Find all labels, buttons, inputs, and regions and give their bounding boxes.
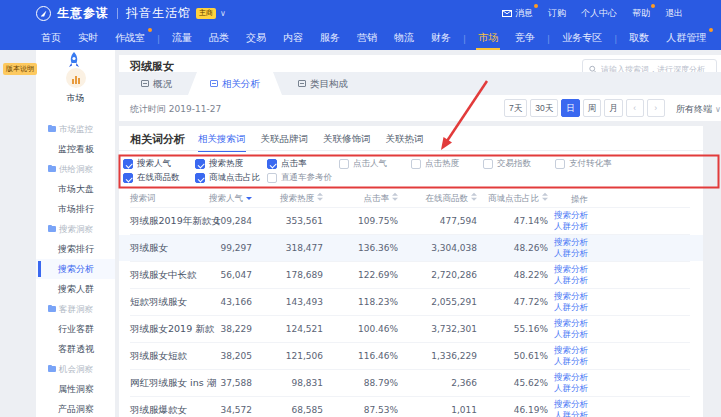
sort-icon[interactable]: [246, 197, 252, 200]
action-link-搜索分析[interactable]: 搜索分析: [554, 372, 588, 383]
table-row[interactable]: 短款羽绒服女43,166143,493118.23%2,055,29147.72…: [130, 288, 690, 315]
date-button-›[interactable]: ›: [647, 99, 665, 117]
column-header-商城点击占比[interactable]: 商城点击占比: [488, 193, 548, 206]
action-link-人群分析[interactable]: 人群分析: [554, 329, 588, 340]
metric-checkbox-交易指数[interactable]: 交易指数: [483, 158, 555, 170]
account-link-帮助[interactable]: 帮助: [632, 7, 650, 20]
column-header-搜索热度[interactable]: 搜索热度: [280, 193, 323, 206]
sort-icon[interactable]: [317, 193, 323, 201]
metric-checkbox-在线商品数[interactable]: 在线商品数: [123, 172, 195, 184]
action-link-搜索分析[interactable]: 搜索分析: [554, 318, 588, 329]
metric-label: 点击人气: [353, 158, 387, 170]
value-cell: 100.46%: [358, 324, 398, 334]
account-link-订购[interactable]: 订购: [548, 7, 566, 20]
metric-checkbox-点击率[interactable]: 点击率: [267, 158, 339, 170]
action-link-搜索分析[interactable]: 搜索分析: [554, 291, 588, 302]
date-button-30天[interactable]: 30天: [530, 99, 558, 117]
tab-概况[interactable]: 概况: [125, 72, 188, 95]
metric-label: 支付转化率: [569, 158, 612, 170]
top-header: 生意参谋 抖音生活馆 主商 ∨ 消息订购个人中心帮助退出 首页实时作战室|流量品…: [0, 0, 721, 50]
account-link-消息[interactable]: 消息: [502, 7, 533, 20]
nav-item-内容[interactable]: 内容: [277, 27, 309, 50]
sidebar-item-搜索分析[interactable]: 搜索分析: [36, 259, 115, 279]
action-link-人群分析[interactable]: 人群分析: [554, 248, 588, 259]
account-link-个人中心[interactable]: 个人中心: [581, 7, 617, 20]
metric-checkbox-商城点击占比[interactable]: 商城点击占比: [195, 172, 267, 184]
table-row[interactable]: 羽绒服2019年新款女109,284353,561109.75%477,5944…: [130, 207, 690, 234]
rocket-icon[interactable]: [64, 51, 84, 75]
metric-checkbox-直通车参考价[interactable]: 直通车参考价: [267, 172, 339, 184]
date-button-日[interactable]: 日: [561, 99, 580, 117]
nav-item-学院[interactable]: 学院: [717, 27, 721, 50]
nav-item-交易[interactable]: 交易: [240, 27, 272, 50]
action-link-人群分析[interactable]: 人群分析: [554, 383, 588, 394]
metric-checkbox-点击人气[interactable]: 点击人气: [339, 158, 411, 170]
metric-row-1: 搜索人气搜索热度点击率点击人气点击热度交易指数支付转化率: [123, 157, 703, 171]
action-link-人群分析[interactable]: 人群分析: [554, 302, 588, 313]
action-link-搜索分析[interactable]: 搜索分析: [554, 345, 588, 356]
action-link-搜索分析[interactable]: 搜索分析: [554, 264, 588, 275]
sort-icon[interactable]: [542, 193, 548, 201]
sidebar-item-客群透视[interactable]: 客群透视: [36, 339, 115, 359]
sidebar-item-监控看板[interactable]: 监控看板: [36, 139, 115, 159]
sidebar-item-市场排行[interactable]: 市场排行: [36, 199, 115, 219]
nav-item-作战室[interactable]: 作战室: [109, 27, 151, 50]
column-header-在线商品数[interactable]: 在线商品数: [426, 193, 478, 206]
action-link-搜索分析[interactable]: 搜索分析: [554, 237, 588, 248]
metric-checkbox-搜索人气[interactable]: 搜索人气: [123, 158, 195, 170]
table-row[interactable]: 羽绒服女99,297318,477136.36%3,304,03848.26%搜…: [130, 234, 690, 261]
value-cell: 50.61%: [514, 351, 548, 361]
nav-item-服务[interactable]: 服务: [314, 27, 346, 50]
metric-checkbox-搜索热度[interactable]: 搜索热度: [195, 158, 267, 170]
tab-类目构成[interactable]: 类目构成: [282, 72, 364, 95]
action-link-人群分析[interactable]: 人群分析: [554, 356, 588, 367]
date-button-7天[interactable]: 7天: [504, 99, 527, 117]
nav-item-物流[interactable]: 物流: [388, 27, 420, 50]
sort-desc-icon: [392, 197, 398, 200]
nav-item-首页[interactable]: 首页: [35, 27, 67, 50]
table-row[interactable]: 羽绒服女中长款56,047178,689122.69%2,720,28648.2…: [130, 261, 690, 288]
column-header-点击率[interactable]: 点击率: [364, 193, 399, 206]
date-button-月[interactable]: 月: [604, 99, 623, 117]
nav-item-品类[interactable]: 品类: [203, 27, 235, 50]
sort-icon[interactable]: [471, 193, 477, 201]
action-link-搜索分析[interactable]: 搜索分析: [554, 399, 588, 410]
metric-checkbox-支付转化率[interactable]: 支付转化率: [555, 158, 627, 170]
version-note-badge[interactable]: 版本说明: [3, 63, 37, 75]
nav-item-营销[interactable]: 营销: [351, 27, 383, 50]
date-button-周[interactable]: 周: [583, 99, 602, 117]
chevron-down-icon[interactable]: ∨: [220, 9, 226, 18]
nav-item-业务专区[interactable]: 业务专区: [556, 27, 608, 50]
nav-item-取数[interactable]: 取数: [623, 27, 655, 50]
sort-icon[interactable]: [392, 193, 398, 201]
nav-item-人群管理[interactable]: 人群管理: [660, 27, 712, 50]
nav-item-市场[interactable]: 市场: [472, 27, 504, 50]
action-link-人群分析[interactable]: 人群分析: [554, 275, 588, 286]
sidebar-item-属性洞察[interactable]: 属性洞察: [36, 379, 115, 399]
date-button-‹[interactable]: ‹: [626, 99, 644, 117]
table-row[interactable]: 羽绒服女短款38,205121,506116.46%1,336,22950.61…: [130, 342, 690, 369]
table-row[interactable]: 网红羽绒服女 ins 潮37,58898,83188.79%2,36645.62…: [130, 369, 690, 396]
column-header-搜索人气[interactable]: 搜索人气: [209, 193, 252, 205]
sidebar-item-搜索排行[interactable]: 搜索排行: [36, 239, 115, 259]
metric-label: 商城点击占比: [209, 172, 260, 184]
sidebar-item-产品洞察[interactable]: 产品洞察: [36, 399, 115, 417]
value-cell: 477,594: [440, 216, 477, 226]
table-row[interactable]: 羽绒服爆款女34,57268,58587.53%1,01146.19%搜索分析人…: [130, 396, 690, 417]
action-link-人群分析[interactable]: 人群分析: [554, 410, 588, 417]
tab-相关分析[interactable]: 相关分析: [188, 72, 282, 95]
sidebar-item-市场大盘[interactable]: 市场大盘: [36, 179, 115, 199]
action-link-人群分析[interactable]: 人群分析: [554, 221, 588, 232]
nav-item-财务[interactable]: 财务: [425, 27, 457, 50]
nav-item-实时[interactable]: 实时: [72, 27, 104, 50]
metric-checkbox-点击热度[interactable]: 点击热度: [411, 158, 483, 170]
nav-item-竞争[interactable]: 竞争: [509, 27, 541, 50]
nav-item-流量[interactable]: 流量: [166, 27, 198, 50]
action-link-搜索分析[interactable]: 搜索分析: [554, 210, 588, 221]
terminal-filter-dropdown[interactable]: 所有终端∨: [676, 103, 721, 116]
value-cell: 47.72%: [514, 297, 548, 307]
account-link-退出[interactable]: 退出: [665, 7, 683, 20]
sidebar-item-行业客群[interactable]: 行业客群: [36, 319, 115, 339]
sidebar-item-搜索人群[interactable]: 搜索人群: [36, 279, 115, 299]
table-row[interactable]: 羽绒服女2019 新款38,229124,521100.46%3,732,301…: [130, 315, 690, 342]
